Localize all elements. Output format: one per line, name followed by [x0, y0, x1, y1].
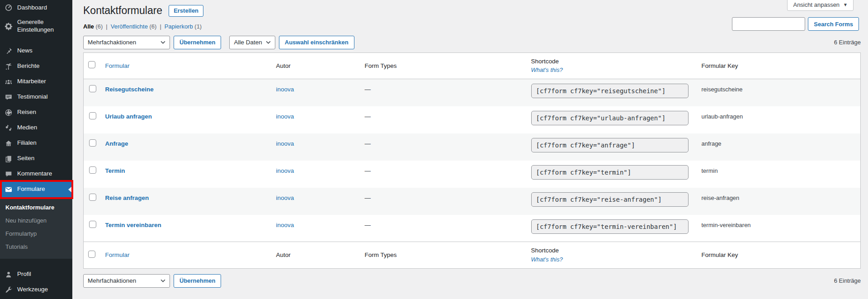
shortcode-input[interactable]: [531, 192, 689, 207]
table-row: Termin vereinbaren inoova — termin-verei…: [84, 215, 861, 242]
form-title-link[interactable]: Urlaub anfragen: [105, 113, 152, 120]
form-title-link[interactable]: Termin: [105, 167, 125, 174]
sidebar-item-dashboard[interactable]: Dashboard: [0, 0, 72, 15]
sidebar-item-label: News: [17, 47, 33, 55]
sidebar-item-label: Filialen: [17, 139, 37, 147]
column-header-formular[interactable]: Formular: [105, 252, 130, 258]
sidebar-item-label: Werkzeuge: [17, 286, 48, 294]
author-link[interactable]: inoova: [276, 222, 294, 228]
formular-key-value: termin-vereinbaren: [697, 215, 861, 242]
sidebar-item-label: Reisen: [17, 109, 36, 116]
formular-key-value: reise-anfragen: [697, 188, 861, 215]
formular-key-value: anfrage: [697, 133, 861, 161]
entries-count: 6 Einträge: [834, 277, 861, 284]
shortcode-input[interactable]: [531, 138, 689, 152]
filter-label[interactable]: Veröffentlichte: [111, 23, 148, 30]
shortcode-input[interactable]: [531, 84, 689, 98]
row-checkbox[interactable]: [89, 221, 96, 228]
filter-count: (6): [150, 23, 157, 30]
formular-key-value: urlaub-anfragen: [697, 106, 861, 133]
form-title-link[interactable]: Anfrage: [105, 140, 128, 147]
shortcode-input[interactable]: [531, 219, 689, 234]
sidebar-item-news[interactable]: News: [0, 43, 72, 59]
dashboard-icon: [4, 3, 13, 12]
pages-icon: [4, 154, 13, 163]
author-link[interactable]: inoova: [276, 167, 294, 174]
row-checkbox[interactable]: [89, 194, 96, 201]
sidebar-item-label: Generelle Einstellungen: [17, 19, 70, 34]
create-form-button[interactable]: Erstellen: [169, 5, 203, 17]
apply-button[interactable]: Übernehmen: [174, 274, 221, 288]
pushpin-icon: [4, 47, 13, 56]
sidebar-item-filialen[interactable]: Filialen: [0, 136, 72, 151]
sidebar-item-medien[interactable]: Medien: [0, 120, 72, 136]
whats-this-link[interactable]: What's this?: [531, 256, 693, 264]
filter-veroeffentlichte[interactable]: Veröffentlichte (6): [111, 23, 157, 30]
form-title-link[interactable]: Reisegutscheine: [105, 86, 154, 93]
filter-label[interactable]: Alle: [83, 23, 94, 30]
row-checkbox[interactable]: [89, 166, 96, 174]
formulare-submenu: Kontaktformulare Neu hinzufügen Formular…: [0, 197, 72, 259]
main-content: Ansicht anpassen ▼ Kontaktformulare Erst…: [72, 0, 868, 299]
column-header-formular[interactable]: Formular: [105, 62, 130, 69]
sidebar-item-generelle-einstellungen[interactable]: Generelle Einstellungen: [0, 15, 72, 37]
form-types-value: —: [360, 161, 527, 188]
select-all-checkbox[interactable]: [88, 61, 95, 68]
sidebar-item-label: Medien: [17, 124, 37, 132]
bulk-actions-label: Mehrfachaktionen: [88, 277, 136, 284]
gear-icon: [4, 22, 13, 31]
house-icon: [4, 139, 13, 148]
sidebar-item-testimonial[interactable]: Testimonial: [0, 90, 72, 105]
formular-key-value: reisegutscheine: [697, 79, 861, 106]
author-link[interactable]: inoova: [276, 195, 294, 201]
bulk-actions-select[interactable]: Mehrfachaktionen: [83, 274, 170, 288]
filter-alle[interactable]: Alle (6): [83, 23, 103, 30]
sidebar-item-kommentare[interactable]: Kommentare: [0, 166, 72, 182]
entries-count: 6 Einträge: [834, 39, 861, 46]
shortcode-input[interactable]: [531, 165, 689, 180]
submenu-item-tutorials[interactable]: Tutorials: [0, 240, 72, 253]
filter-count: (1): [194, 23, 202, 30]
row-checkbox[interactable]: [89, 112, 96, 119]
table-footer-row: Formular Autor Form Types Shortcode What…: [84, 242, 861, 268]
sidebar-item-profil[interactable]: Profil: [0, 267, 72, 282]
select-all-checkbox[interactable]: [88, 251, 95, 258]
search-forms-button[interactable]: Search Forms: [808, 17, 859, 31]
form-title-link[interactable]: Reise anfragen: [105, 195, 149, 201]
sidebar-item-berichte[interactable]: Berichte: [0, 59, 72, 74]
sidebar-item-label: Berichte: [17, 62, 40, 70]
whats-this-link[interactable]: What's this?: [531, 66, 693, 74]
sidebar-item-seiten[interactable]: Seiten: [0, 151, 72, 166]
author-link[interactable]: inoova: [276, 140, 294, 147]
filter-label[interactable]: Papierkorb: [165, 23, 193, 30]
form-types-value: —: [360, 106, 527, 133]
row-checkbox[interactable]: [89, 85, 96, 92]
form-types-value: —: [360, 79, 527, 106]
row-checkbox[interactable]: [89, 139, 96, 147]
apply-button[interactable]: Übernehmen: [174, 36, 221, 49]
bulk-actions-select[interactable]: Mehrfachaktionen: [83, 36, 170, 49]
filter-papierkorb[interactable]: Papierkorb (1): [165, 23, 202, 30]
sidebar-item-label: Formulare: [17, 185, 45, 193]
sidebar-item-werkzeuge[interactable]: Werkzeuge: [0, 282, 72, 298]
sidebar-item-label: Dashboard: [17, 4, 47, 12]
submenu-item-kontaktformulare[interactable]: Kontaktformulare: [0, 201, 72, 214]
column-header-form-types: Form Types: [360, 52, 527, 79]
shortcode-input[interactable]: [531, 111, 689, 125]
author-link[interactable]: inoova: [276, 113, 294, 120]
submenu-item-neu-hinzufuegen[interactable]: Neu hinzufügen: [0, 214, 72, 227]
form-types-value: —: [360, 188, 527, 215]
author-link[interactable]: inoova: [276, 86, 294, 93]
search-box: Search Forms: [732, 17, 859, 31]
date-filter-select[interactable]: Alle Daten: [229, 36, 275, 49]
sidebar-item-mitarbeiter[interactable]: Mitarbeiter: [0, 74, 72, 90]
filter-button[interactable]: Auswahl einschränken: [279, 36, 354, 49]
sidebar-item-reisen[interactable]: Reisen: [0, 105, 72, 120]
form-title-link[interactable]: Termin vereinbaren: [105, 222, 161, 228]
submenu-item-formulartyp[interactable]: Formulartyp: [0, 227, 72, 240]
sidebar-item-formulare[interactable]: Formulare: [0, 182, 72, 197]
search-input[interactable]: [732, 17, 805, 31]
sidebar-item-label: Profil: [17, 271, 31, 278]
column-header-form-types: Form Types: [360, 242, 527, 268]
table-row: Reisegutscheine inoova — reisegutscheine: [84, 79, 861, 106]
